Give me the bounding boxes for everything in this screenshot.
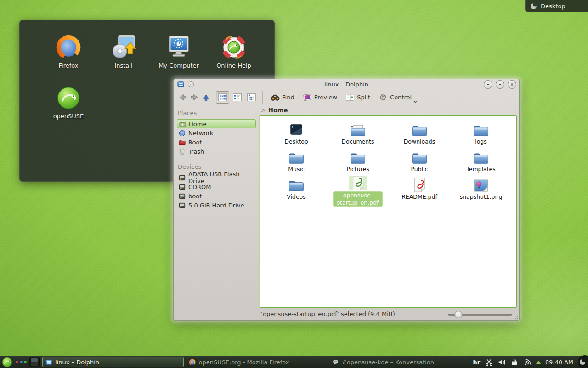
clipboard-tool-button[interactable] bbox=[485, 358, 493, 366]
sidebar-item-boot[interactable]: boot bbox=[177, 191, 256, 201]
task-firefox[interactable]: openSUSE.org - Mozilla Firefox bbox=[186, 357, 327, 367]
desktop-icon-opensuse[interactable]: openSUSE bbox=[41, 85, 96, 132]
up-button[interactable] bbox=[201, 92, 211, 103]
sidebar-item-trash[interactable]: Trash bbox=[177, 147, 256, 156]
zoom-slider-handle[interactable] bbox=[455, 311, 462, 318]
file-item-downloads[interactable]: Downloads bbox=[389, 121, 450, 148]
boot-partition-icon bbox=[179, 193, 186, 200]
split-button[interactable]: Split bbox=[342, 92, 373, 103]
file-item-templates[interactable]: Templates bbox=[450, 148, 512, 176]
red-dot-icon bbox=[16, 361, 18, 363]
activity-indicator[interactable] bbox=[16, 361, 27, 363]
application-launcher-button[interactable] bbox=[1, 356, 13, 368]
zoom-slider[interactable] bbox=[448, 310, 512, 318]
desktop-icon-online-help[interactable]: Online Help bbox=[206, 34, 261, 82]
toolbar: Find Preview Split Control bbox=[174, 90, 519, 105]
network-button[interactable] bbox=[523, 358, 531, 366]
file-item-videos[interactable]: Videos bbox=[266, 176, 327, 203]
chevron-down-icon bbox=[486, 82, 491, 87]
lifebuoy-icon bbox=[221, 34, 247, 60]
image-file-icon bbox=[474, 179, 488, 192]
titlebar[interactable]: linux – Dolphin bbox=[174, 79, 519, 90]
dolphin-app-icon bbox=[45, 359, 52, 366]
cdrom-icon bbox=[179, 184, 186, 190]
task-dolphin[interactable]: linux – Dolphin bbox=[42, 357, 184, 367]
control-button[interactable]: Control bbox=[375, 92, 421, 103]
find-button[interactable]: Find bbox=[267, 92, 298, 103]
virtual-desktop-pager[interactable] bbox=[29, 357, 40, 367]
status-bar: ‘opensuse-startup_en.pdf’ selected (9.4 … bbox=[259, 308, 519, 320]
pdf-file-icon bbox=[414, 178, 425, 192]
hard-drive-icon bbox=[179, 202, 186, 209]
volume-button[interactable] bbox=[498, 358, 506, 366]
maximize-button[interactable] bbox=[496, 80, 504, 89]
clock[interactable]: 09:40 AM bbox=[545, 359, 573, 366]
device-notifier-button[interactable] bbox=[510, 358, 519, 366]
panel-toolbox-button[interactable] bbox=[578, 355, 588, 368]
pager-desktop-2[interactable] bbox=[31, 362, 38, 366]
expand-tray-arrow-icon[interactable] bbox=[536, 361, 541, 364]
chat-bubble-icon bbox=[332, 359, 339, 366]
file-item-snapshot-png[interactable]: snapshot1.png bbox=[450, 176, 512, 203]
pager-desktop-1[interactable] bbox=[31, 358, 38, 362]
keyboard-layout-indicator[interactable]: hr bbox=[473, 359, 480, 366]
file-view[interactable]: Desktop Documents Downloads logs bbox=[260, 115, 517, 308]
scissors-icon bbox=[485, 358, 493, 366]
sidebar-item-home[interactable]: Home bbox=[177, 119, 256, 128]
folder-icon bbox=[473, 123, 489, 137]
sidebar-item-hard-drive[interactable]: 5.0 GiB Hard Drive bbox=[177, 201, 256, 210]
desktop-icon-my-computer[interactable]: My Computer bbox=[151, 34, 206, 82]
sidebar-item-adata-usb[interactable]: ADATA USB Flash Drive bbox=[177, 173, 256, 182]
cashew-icon bbox=[530, 3, 537, 10]
file-item-public[interactable]: Public bbox=[389, 148, 450, 176]
places-panel: Places Home Network Root Trash Devic bbox=[174, 105, 259, 320]
forward-button[interactable] bbox=[189, 92, 199, 103]
cashew-icon bbox=[579, 359, 586, 365]
desktop-icon-firefox[interactable]: Firefox bbox=[41, 34, 96, 82]
dolphin-app-icon bbox=[177, 81, 184, 88]
task-konversation[interactable]: #opensuse-kde – Konversation bbox=[329, 357, 470, 367]
chevron-down-icon bbox=[413, 100, 418, 104]
file-item-opensuse-startup-pdf[interactable]: opensuse-startup_en.pdf bbox=[327, 176, 389, 203]
task-manager: linux – Dolphin openSUSE.org - Mozilla F… bbox=[42, 357, 470, 367]
file-item-documents[interactable]: Documents bbox=[327, 121, 389, 148]
breadcrumb[interactable]: > Home bbox=[259, 105, 519, 115]
close-button[interactable] bbox=[508, 80, 516, 89]
red-folder-icon bbox=[179, 139, 186, 146]
window-sticky-button[interactable] bbox=[188, 81, 194, 87]
system-tray: hr 09:40 AM bbox=[473, 355, 588, 368]
desktop-toolbox-button[interactable]: Desktop bbox=[525, 0, 588, 12]
folder-icon bbox=[350, 151, 366, 165]
file-item-music[interactable]: Music bbox=[266, 148, 327, 176]
trash-icon bbox=[179, 148, 186, 155]
desktop-icon-install[interactable]: Install bbox=[96, 34, 151, 82]
desktop: Desktop Firefox Install My Computer Onli… bbox=[0, 0, 588, 368]
pdf-file-icon bbox=[352, 176, 364, 190]
details-view-icon bbox=[247, 93, 256, 102]
sidebar-item-network[interactable]: Network bbox=[177, 128, 256, 138]
opensuse-geeko-icon bbox=[1, 356, 13, 368]
compact-view-icon bbox=[232, 93, 242, 102]
icons-view-button[interactable] bbox=[216, 91, 229, 104]
home-folder-icon bbox=[179, 121, 186, 127]
folder-icon bbox=[288, 151, 305, 165]
file-item-logs[interactable]: logs bbox=[450, 121, 512, 148]
resize-grip[interactable] bbox=[514, 315, 518, 319]
details-view-button[interactable] bbox=[245, 92, 258, 103]
network-signal-icon bbox=[524, 358, 531, 366]
breadcrumb-home[interactable]: Home bbox=[268, 107, 288, 114]
devices-header: Devices bbox=[178, 163, 256, 170]
preview-button[interactable]: Preview bbox=[300, 92, 341, 103]
desktop-toolbox-label: Desktop bbox=[541, 3, 565, 10]
back-button[interactable] bbox=[177, 92, 187, 103]
sidebar-item-root[interactable]: Root bbox=[177, 138, 256, 147]
arrow-up-icon bbox=[202, 93, 211, 102]
compact-view-button[interactable] bbox=[231, 92, 243, 103]
file-item-desktop[interactable]: Desktop bbox=[266, 121, 327, 148]
minimize-button[interactable] bbox=[484, 80, 492, 89]
firefox-icon bbox=[189, 359, 196, 366]
window-title: linux – Dolphin bbox=[174, 81, 519, 88]
folder-icon bbox=[411, 151, 428, 165]
file-item-pictures[interactable]: Pictures bbox=[327, 148, 389, 176]
file-item-readme-pdf[interactable]: README.pdf bbox=[389, 176, 450, 203]
